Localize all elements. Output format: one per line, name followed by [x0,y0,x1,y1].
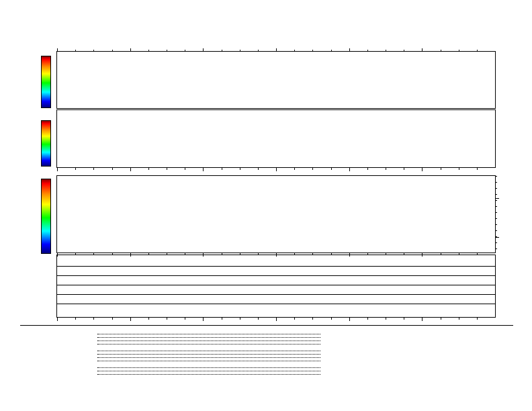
dot-leader [97,369,320,371]
c-adc-trace [57,275,495,285]
line-panels-frame [57,255,495,317]
waves-summary-plot [0,0,532,411]
dot-leader [97,339,320,341]
rad2-colorbar [42,56,50,107]
tnr-right-minor-ticks [496,176,497,253]
tnr-right-tick-100 [496,198,499,199]
e-adc-trace [57,255,495,266]
dot-leader [97,342,320,345]
footer-separator-line [20,325,513,326]
dot-leader [97,356,320,358]
rad1-spectrogram [57,110,495,167]
dot-leader [97,336,320,338]
panel-separator [57,275,495,276]
b-adc-trace [57,285,495,294]
receiver-settings-legend [38,328,320,375]
bottom-axis-major-ticks [57,318,495,321]
panel-separator [57,266,495,267]
dot-leader [97,373,320,375]
dot-leader [97,349,320,351]
tnr-colorbar [42,179,50,253]
legend-row [38,372,320,375]
rad1-colorbar [42,121,50,166]
tnr-spectrogram [57,176,495,253]
d-adc-trace [57,266,495,275]
panel-separator [57,285,495,285]
shared-axis-major-ticks [57,168,495,171]
ne-fit-trace [57,304,495,317]
panel-separator [57,304,495,304]
tnr-right-tick-10 [496,237,499,238]
a-adc-trace [57,294,495,304]
panel-separator [57,294,495,295]
dot-leader [97,332,320,334]
dot-leader [97,366,320,368]
dot-leader [97,353,320,355]
rad2-spectrogram [57,52,495,108]
dot-leader [97,359,320,361]
